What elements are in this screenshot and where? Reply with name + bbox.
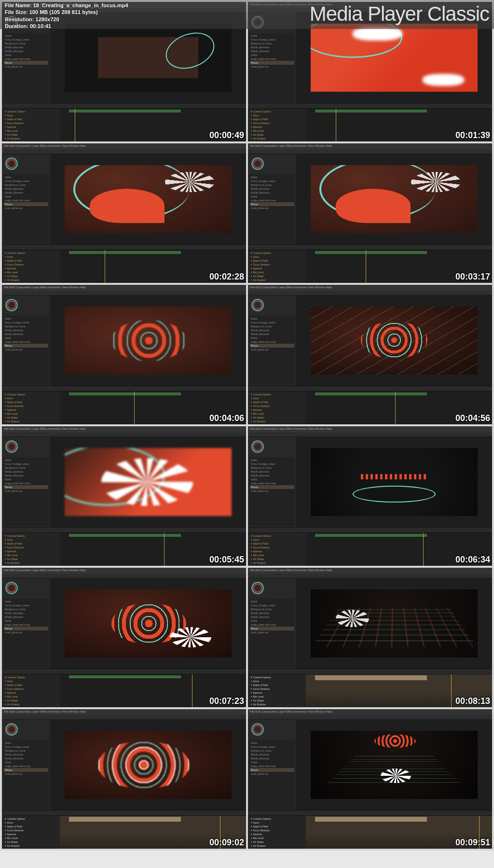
timeline-property-row[interactable]: ⚬ Depth of Field	[3, 825, 59, 828]
timeline-property-row[interactable]: ▼ Camera Options	[3, 251, 59, 255]
timeline-property-row[interactable]: ⚬ Aperture	[249, 125, 305, 129]
timeline-property-row[interactable]: ⚬ Depth of Field	[249, 117, 305, 121]
timeline-property-row[interactable]: ⚬ Depth of Field	[3, 259, 59, 263]
timeline-layer-bar[interactable]	[69, 251, 181, 254]
project-panel-item[interactable]: Middle_Elements	[4, 49, 48, 53]
timeline-property-row[interactable]: ⚬ Iris Rotation	[249, 561, 305, 565]
project-panel-item[interactable]: Solids	[4, 53, 48, 57]
project-panel-item[interactable]: Plexus	[4, 202, 48, 206]
timeline-playhead[interactable]	[366, 250, 366, 283]
timeline-property-row[interactable]: ⚬ Iris Shape	[3, 557, 59, 561]
timeline-property-row[interactable]: ⚬ Aperture	[3, 691, 59, 695]
ae-menubar[interactable]: File Edit Composition Layer Effect Anima…	[2, 426, 246, 432]
timeline-property-row[interactable]: ⚬ Aperture	[249, 691, 305, 695]
ae-project-panel[interactable]: SolidsForce_Footage_LinearBackground_Com…	[248, 720, 296, 810]
project-panel-item[interactable]: small_planet out	[4, 489, 48, 493]
project-panel-item[interactable]: Background_Comp	[250, 183, 294, 187]
timeline-playhead[interactable]	[336, 109, 336, 141]
ae-project-panel[interactable]: SolidsForce_Footage_LinearBackground_Com…	[248, 578, 296, 669]
project-panel-item[interactable]: Middle_Elements	[250, 611, 294, 615]
project-item-list[interactable]: SolidsForce_Footage_LinearBackground_Com…	[249, 174, 295, 243]
project-panel-item[interactable]: Background_Comp	[250, 749, 294, 753]
timeline-property-row[interactable]: ▼ Camera Options	[249, 534, 305, 538]
timeline-property-row[interactable]: ⚬ Zoom	[249, 538, 305, 542]
project-panel-item[interactable]: Plexus	[4, 768, 48, 772]
project-panel-item[interactable]: Solids	[250, 53, 294, 57]
timeline-playhead[interactable]	[134, 392, 135, 424]
timeline-property-row[interactable]: ⚬ Iris Shape	[3, 274, 59, 278]
timeline-property-row[interactable]: ⚬ Iris Shape	[249, 840, 305, 844]
project-panel-item[interactable]: small_planet out	[4, 772, 48, 776]
ae-project-panel[interactable]: SolidsForce_Footage_LinearBackground_Com…	[2, 720, 50, 810]
timeline-property-row[interactable]: ⚬ Aperture	[3, 266, 59, 270]
project-panel-item[interactable]: Solids	[250, 34, 294, 38]
project-panel-item[interactable]: Middle_Elements	[250, 756, 294, 760]
ae-project-panel[interactable]: SolidsForce_Footage_LinearBackground_Com…	[248, 154, 296, 244]
timeline-playhead[interactable]	[105, 250, 105, 283]
timeline-property-row[interactable]: ⚬ Zoom	[249, 113, 305, 117]
project-panel-item[interactable]: single_detail shot comp	[4, 623, 48, 627]
project-panel-item[interactable]: Plexus	[250, 61, 294, 65]
timeline-property-row[interactable]: ⚬ Iris Rotation	[3, 420, 59, 423]
video-thumbnail[interactable]: File Edit Composition Layer Effect Anima…	[248, 568, 492, 707]
project-panel-item[interactable]: Middle_Elements	[4, 328, 48, 332]
timeline-property-row[interactable]: ⚬ Zoom	[249, 396, 305, 400]
project-panel-item[interactable]: Middle_Elements	[4, 191, 48, 195]
project-panel-item[interactable]: Middle_Elements	[250, 615, 294, 619]
timeline-property-row[interactable]: ⚬ Focus Distance	[249, 121, 305, 125]
timeline-header[interactable]	[2, 811, 246, 816]
ae-toolbar[interactable]	[2, 432, 246, 437]
timeline-property-row[interactable]: ⚬ Iris Shape	[3, 699, 59, 702]
timeline-property-row[interactable]: ▼ Camera Options	[249, 675, 305, 679]
project-panel-item[interactable]: Solids	[250, 741, 294, 745]
timeline-layer-bar[interactable]	[315, 534, 427, 537]
timeline-property-row[interactable]: ⚬ Zoom	[3, 679, 59, 683]
timeline-property-row[interactable]: ⚬ Zoom	[249, 679, 305, 683]
ae-composition-viewport[interactable]	[296, 437, 492, 527]
ae-toolbar[interactable]	[2, 715, 246, 720]
project-panel-item[interactable]: Plexus	[4, 344, 48, 348]
project-panel-item[interactable]: Background_Comp	[4, 183, 48, 187]
timeline-layer-bar[interactable]	[315, 675, 427, 680]
timeline-property-row[interactable]: ⚬ Blur Level	[3, 553, 59, 557]
project-panel-item[interactable]: Force_Footage_Linear	[250, 462, 294, 466]
timeline-layer-list[interactable]: ▼ Camera Options ⚬ Zoom ⚬ Depth of Field…	[248, 392, 306, 424]
project-item-list[interactable]: SolidsForce_Footage_LinearBackground_Com…	[249, 316, 295, 385]
project-panel-item[interactable]: Solids	[250, 600, 294, 603]
video-thumbnail[interactable]: File Edit Composition Layer Effect Anima…	[2, 143, 246, 283]
project-panel-item[interactable]: Middle_Elements	[250, 328, 294, 332]
timeline-property-row[interactable]: ⚬ Focus Distance	[3, 828, 59, 832]
timeline-header[interactable]	[248, 103, 492, 109]
project-panel-item[interactable]: Middle_Elements	[4, 756, 48, 760]
timeline-property-row[interactable]: ▼ Camera Options	[249, 251, 305, 255]
project-panel-item[interactable]: small_planet out	[4, 65, 48, 69]
timeline-header[interactable]	[248, 245, 492, 250]
project-panel-item[interactable]: Middle_Elements	[250, 45, 294, 49]
timeline-property-row[interactable]: ⚬ Blur Level	[249, 553, 305, 557]
timeline-header[interactable]	[248, 386, 492, 392]
ae-project-panel[interactable]: SolidsForce_Footage_LinearBackground_Com…	[2, 154, 50, 244]
timeline-header[interactable]	[2, 386, 246, 392]
project-panel-item[interactable]: Solids	[4, 336, 48, 340]
project-panel-item[interactable]: Background_Comp	[250, 607, 294, 611]
timeline-property-row[interactable]: ⚬ Blur Level	[3, 270, 59, 274]
project-panel-item[interactable]: single_detail shot comp	[4, 764, 48, 768]
timeline-header[interactable]	[248, 528, 492, 533]
timeline-property-row[interactable]: ▼ Camera Options	[3, 817, 59, 821]
timeline-property-row[interactable]: ⚬ Depth of Field	[249, 825, 305, 828]
ae-menubar[interactable]: File Edit Composition Layer Effect Anima…	[2, 568, 246, 574]
timeline-property-row[interactable]: ⚬ Iris Shape	[3, 840, 59, 844]
timeline-layer-bar[interactable]	[315, 392, 427, 395]
project-panel-item[interactable]: Plexus	[250, 485, 294, 489]
ae-toolbar[interactable]	[248, 574, 492, 578]
timeline-playhead[interactable]	[192, 674, 192, 707]
ae-menubar[interactable]: File Edit Composition Layer Effect Anima…	[248, 568, 492, 574]
timeline-property-row[interactable]: ⚬ Iris Rotation	[249, 278, 305, 282]
timeline-property-row[interactable]: ⚬ Blur Level	[249, 412, 305, 416]
project-panel-item[interactable]: Solids	[4, 175, 48, 179]
video-thumbnail[interactable]: File Edit Composition Layer Effect Anima…	[2, 426, 246, 566]
project-panel-item[interactable]: Solids	[4, 741, 48, 745]
project-panel-item[interactable]: single_detail shot comp	[4, 481, 48, 485]
project-panel-item[interactable]: Middle_Elements	[4, 45, 48, 49]
project-panel-item[interactable]: Plexus	[250, 344, 294, 348]
